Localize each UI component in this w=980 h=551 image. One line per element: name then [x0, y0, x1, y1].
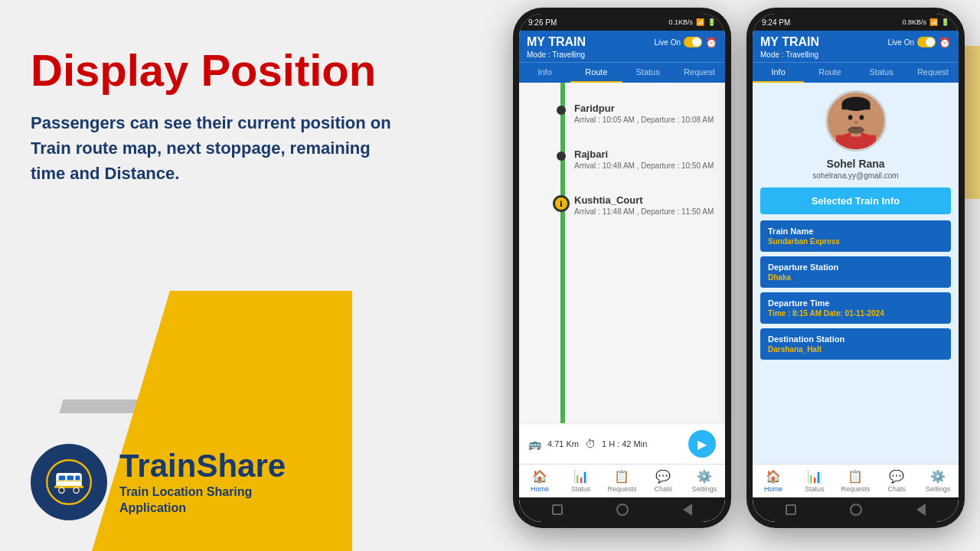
phone2-network: 0.8KB/s: [902, 18, 926, 26]
station-dot-kushtia: ℹ: [553, 195, 570, 212]
phone-1-screen: 9:26 PM 0.1KB/s 📶 🔋 MY TRAIN Live On: [519, 14, 725, 522]
phone2-toggle[interactable]: [917, 37, 936, 47]
phone2-nav-settings[interactable]: ⚙️ Settings: [917, 468, 959, 494]
phone1-nav-requests[interactable]: 📋 Requests: [602, 468, 643, 494]
distance-icon: 🚌: [528, 438, 541, 450]
station-times-faridpur: Arrival : 10:05 AM , Departure : 10:08 A…: [574, 116, 716, 124]
phone1-btn-back: [683, 504, 692, 516]
svg-rect-2: [59, 476, 65, 481]
phone2-signal-icon: 📶: [929, 18, 938, 26]
departure-station-card: Departure Station Dhaka: [760, 256, 951, 288]
phone2-battery-icon: 🔋: [941, 18, 949, 26]
time-remaining-text: 1 H : 42 Min: [602, 439, 647, 448]
left-section: Display Position Passengers can see thei…: [31, 46, 429, 186]
brand-name: TrainShare: [119, 448, 286, 484]
svg-point-17: [859, 115, 864, 119]
phone2-nav-status[interactable]: 📊 Status: [794, 468, 835, 494]
station-rajbari: Rajbari Arrival : 10:48 AM , Departure :…: [519, 136, 725, 182]
svg-rect-8: [56, 481, 82, 482]
phone2-btn-back: [916, 504, 926, 516]
phone1-nav-settings[interactable]: ⚙️ Settings: [684, 468, 725, 494]
logo-circle: [31, 444, 107, 520]
phone1-nav-status[interactable]: 📊 Status: [560, 468, 602, 494]
user-email: sohelrana.yy@gmail.com: [812, 171, 898, 180]
svg-rect-5: [54, 486, 83, 488]
phone2-tab-route[interactable]: Route: [804, 63, 855, 83]
phone2-mode: Mode : Travelling: [760, 51, 951, 59]
train-name-label: Train Name: [768, 227, 943, 236]
distance-text: 4.71 Km: [547, 439, 579, 448]
phone2-info-content: Sohel Rana sohelrana.yy@gmail.com Select…: [753, 83, 959, 464]
phone1-nav-home[interactable]: 🏠 Home: [519, 468, 560, 494]
brand-yellow: Train: [119, 448, 196, 484]
phone1-btn-circle: [616, 504, 629, 516]
phone-2: 9:24 PM 0.8KB/s 📶 🔋 MY TRAIN Live On: [746, 8, 965, 528]
page-title: Display Position: [31, 46, 429, 95]
phone1-tab-info[interactable]: Info: [519, 63, 570, 83]
phone2-nav-chats[interactable]: 💬 Chats: [876, 468, 917, 494]
departure-station-value: Dhaka: [768, 273, 943, 282]
svg-point-16: [848, 115, 852, 119]
phone2-btn-circle: [850, 504, 862, 516]
phone2-toggle-knob: [926, 37, 935, 47]
station-name-rajbari: Rajbari: [574, 148, 716, 160]
brand-subtitle: Train Location Sharing Application: [119, 484, 286, 517]
phone2-tab-status[interactable]: Status: [856, 63, 907, 83]
svg-rect-15: [841, 104, 870, 109]
brand-blue: Share: [196, 448, 286, 484]
svg-point-7: [74, 487, 79, 493]
destination-station-card: Destination Station Darshana_Halt: [760, 328, 951, 360]
phone2-app-title: MY TRAIN: [760, 35, 819, 49]
station-dot-faridpur: [557, 106, 566, 115]
phone1-tab-request[interactable]: Request: [674, 63, 725, 83]
phone2-tab-info[interactable]: Info: [753, 63, 804, 83]
train-logo-icon: [46, 459, 92, 505]
phone1-toggle[interactable]: [684, 37, 702, 47]
phone2-btn-square: [786, 504, 796, 515]
phone2-time: 9:24 PM: [762, 18, 790, 27]
destination-station-label: Destination Station: [768, 334, 943, 344]
phone1-nav-chats[interactable]: 💬 Chats: [642, 468, 684, 494]
phone1-bottom-info: 🚌 4.71 Km ⏱ 1 H : 42 Min ▶: [519, 423, 725, 464]
svg-rect-4: [75, 476, 80, 481]
departure-time-card: Departure Time Time : 8:15 AM Date: 01-1…: [760, 292, 951, 324]
go-button[interactable]: ▶: [688, 430, 716, 458]
selected-train-info-btn[interactable]: Selected Train Info: [760, 187, 951, 214]
phone-1: 9:26 PM 0.1KB/s 📶 🔋 MY TRAIN Live On: [513, 8, 731, 528]
logo-area: TrainShare Train Location Sharing Applic…: [31, 444, 286, 520]
station-faridpur: Faridpur Arrival : 10:05 AM , Departure …: [519, 90, 725, 136]
train-name-card: Train Name Sundarban Express: [760, 220, 951, 252]
phone1-hardware-nav: [519, 497, 725, 522]
station-times-rajbari: Arrival : 10:48 AM , Departure : 10:50 A…: [574, 161, 716, 170]
phone1-header: MY TRAIN Live On ⏰ Mode : Travelling: [519, 31, 725, 62]
phone2-live-on: Live On ⏰: [888, 37, 951, 48]
phone1-status-bar: 9:26 PM 0.1KB/s 📶 🔋: [519, 14, 725, 31]
phone1-network: 0.1KB/s: [668, 18, 693, 26]
svg-point-19: [847, 126, 864, 133]
phone2-hardware-nav: [753, 497, 959, 522]
phone2-nav-tabs: Info Route Status Request: [753, 62, 959, 83]
destination-station-value: Darshana_Halt: [768, 345, 943, 354]
phone1-tab-status[interactable]: Status: [622, 63, 674, 83]
avatar-svg: [828, 90, 884, 152]
phone1-tab-route[interactable]: Route: [570, 63, 622, 83]
phone2-tab-request[interactable]: Request: [907, 63, 959, 83]
train-name-value: Sundarban Express: [768, 237, 943, 246]
departure-time-value: Time : 8:15 AM Date: 01-11-2024: [768, 309, 943, 318]
phone1-time: 9:26 PM: [528, 18, 557, 27]
phone2-alarm-icon: ⏰: [939, 37, 951, 48]
station-name-faridpur: Faridpur: [574, 103, 716, 114]
phone2-header: MY TRAIN Live On ⏰ Mode : Travelling: [753, 31, 959, 62]
time-icon: ⏱: [585, 438, 596, 450]
station-name-kushtia: Kushtia_Court: [574, 194, 716, 206]
svg-point-18: [854, 121, 858, 123]
phone1-mode: Mode : Travelling: [527, 51, 717, 59]
station-times-kushtia: Arrival : 11:48 AM , Departure : 11:50 A…: [574, 207, 716, 216]
phone1-toggle-knob: [692, 37, 701, 47]
user-avatar: [825, 90, 887, 152]
phone1-live-on-label: Live On: [655, 38, 681, 47]
phone-2-screen: 9:24 PM 0.8KB/s 📶 🔋 MY TRAIN Live On: [753, 14, 959, 522]
phone2-nav-requests[interactable]: 📋 Requests: [835, 468, 877, 494]
phone2-nav-home[interactable]: 🏠 Home: [753, 468, 794, 494]
phone1-alarm-icon: ⏰: [705, 37, 717, 48]
